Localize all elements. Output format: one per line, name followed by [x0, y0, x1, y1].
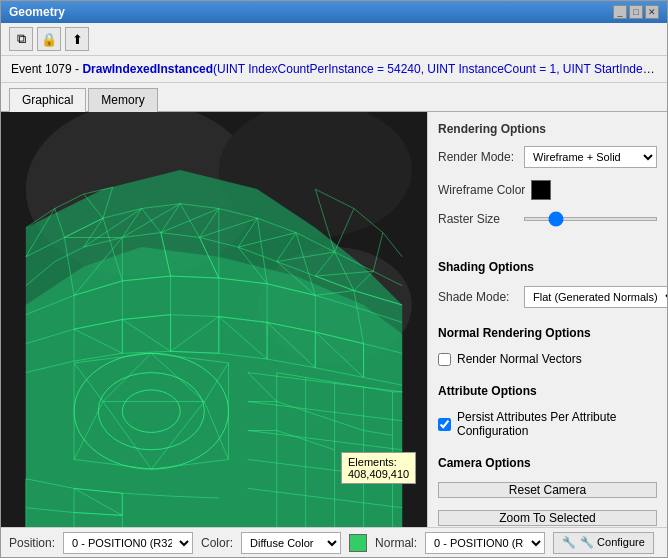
main-content: Elements:408,409,410 Rendering Options R…	[1, 112, 667, 527]
event-bar: Event 1079 - DrawIndexedInstanced(UINT I…	[1, 56, 667, 83]
camera-options-title: Camera Options	[438, 456, 657, 470]
render-mode-row: Render Mode: Wireframe + Solid Wireframe…	[438, 146, 657, 168]
tab-memory[interactable]: Memory	[88, 88, 157, 112]
normal-label: Normal:	[375, 536, 417, 550]
color-select[interactable]: Diffuse Color	[241, 532, 341, 554]
wireframe-color-label: Wireframe Color	[438, 183, 525, 197]
close-button[interactable]: ✕	[645, 5, 659, 19]
export-button[interactable]: ⬆	[65, 27, 89, 51]
zoom-selected-button[interactable]: Zoom To Selected	[438, 510, 657, 526]
tabs-bar: Graphical Memory	[1, 83, 667, 112]
color-label: Color:	[201, 536, 233, 550]
mesh-visualization	[1, 112, 427, 527]
window-controls: _ □ ✕	[613, 5, 659, 19]
attribute-options-title: Attribute Options	[438, 384, 657, 398]
rendering-options-title: Rendering Options	[438, 122, 657, 136]
wireframe-color-swatch[interactable]	[531, 180, 551, 200]
status-bar: Position: 0 - POSITION0 (R32G3 Color: Di…	[1, 527, 667, 557]
minimize-button[interactable]: _	[613, 5, 627, 19]
configure-button[interactable]: 🔧 🔧 Configure	[553, 532, 654, 554]
tab-graphical[interactable]: Graphical	[9, 88, 86, 112]
title-bar: Geometry _ □ ✕	[1, 1, 667, 23]
color-preview-box	[349, 534, 367, 552]
render-normal-vectors-row: Render Normal Vectors	[438, 352, 657, 366]
configure-icon: 🔧	[562, 536, 576, 549]
render-mode-label: Render Mode:	[438, 150, 518, 164]
normal-select[interactable]: 0 - POSITION0 (R32G3	[425, 532, 545, 554]
configure-label: 🔧 Configure	[580, 536, 645, 549]
right-panel: Rendering Options Render Mode: Wireframe…	[427, 112, 667, 527]
copy-button[interactable]: ⧉	[9, 27, 33, 51]
persist-attributes-label: Persist Attributes Per Attribute Configu…	[457, 410, 657, 438]
shade-mode-select[interactable]: Flat (Generated Normals) Smooth None	[524, 286, 667, 308]
shade-mode-row: Shade Mode: Flat (Generated Normals) Smo…	[438, 286, 657, 308]
persist-attributes-row: Persist Attributes Per Attribute Configu…	[438, 410, 657, 438]
lock-button[interactable]: 🔒	[37, 27, 61, 51]
event-params: (UINT IndexCountPerInstance = 54240, UIN…	[213, 62, 667, 76]
raster-size-label: Raster Size	[438, 212, 518, 226]
wireframe-color-row: Wireframe Color	[438, 180, 657, 200]
render-mode-select[interactable]: Wireframe + Solid Wireframe Solid	[524, 146, 657, 168]
raster-size-row: Raster Size	[438, 212, 657, 226]
shade-mode-label: Shade Mode:	[438, 290, 518, 304]
position-label: Position:	[9, 536, 55, 550]
toolbar: ⧉ 🔒 ⬆	[1, 23, 667, 56]
viewport[interactable]: Elements:408,409,410	[1, 112, 427, 527]
event-prefix: Event 1079 -	[11, 62, 82, 76]
event-function[interactable]: DrawIndexedInstanced	[82, 62, 213, 76]
window-title: Geometry	[9, 5, 65, 19]
render-normal-vectors-label: Render Normal Vectors	[457, 352, 582, 366]
reset-camera-button[interactable]: Reset Camera	[438, 482, 657, 498]
shading-options-title: Shading Options	[438, 260, 657, 274]
raster-size-slider[interactable]	[524, 217, 657, 221]
main-window: Geometry _ □ ✕ ⧉ 🔒 ⬆ Event 1079 - DrawIn…	[0, 0, 668, 558]
position-select[interactable]: 0 - POSITION0 (R32G3	[63, 532, 193, 554]
render-normal-vectors-checkbox[interactable]	[438, 353, 451, 366]
maximize-button[interactable]: □	[629, 5, 643, 19]
persist-attributes-checkbox[interactable]	[438, 418, 451, 431]
raster-size-slider-container	[524, 217, 657, 221]
normal-rendering-title: Normal Rendering Options	[438, 326, 657, 340]
